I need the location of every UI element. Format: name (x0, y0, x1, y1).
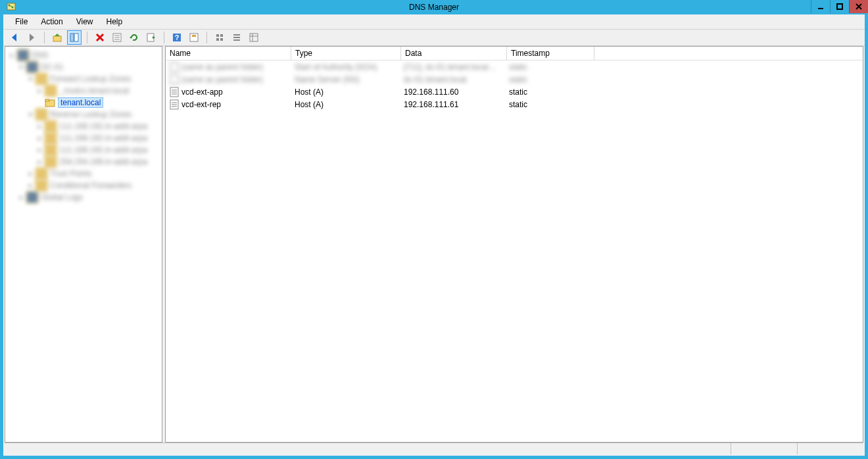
status-cell (797, 443, 863, 454)
svg-marker-20 (130, 36, 132, 39)
cell-name: (same as parent folder) (181, 62, 263, 72)
menu-action[interactable]: Action (34, 16, 69, 28)
toolbar-separator (87, 32, 87, 43)
refresh-button[interactable] (127, 30, 141, 45)
svg-marker-11 (55, 34, 60, 36)
toolbar: ? (3, 30, 865, 46)
svg-rect-5 (837, 4, 842, 9)
toolbar-separator (164, 32, 164, 43)
window-title: DNS Manager (0, 3, 868, 12)
cell-name: (same as parent folder) (181, 75, 263, 84)
svg-rect-10 (53, 36, 61, 41)
cell-type: Host (A) (291, 100, 400, 109)
svg-rect-39 (170, 62, 178, 72)
title-bar: DNS Manager (0, 0, 868, 14)
svg-rect-29 (216, 38, 219, 41)
nav-forward-button[interactable] (24, 30, 39, 45)
menu-file[interactable]: File (9, 16, 34, 28)
view-details-button[interactable] (247, 30, 261, 45)
properties-button[interactable] (110, 30, 124, 45)
cell-name: vcd-ext-rep (181, 100, 221, 109)
svg-rect-34 (250, 34, 258, 41)
cell-timestamp: static (505, 62, 592, 72)
cell-data: 192.168.111.60 (400, 87, 505, 97)
column-timestamp[interactable]: Timestamp (507, 47, 594, 60)
svg-rect-25 (190, 34, 198, 41)
toolbar-separator (44, 32, 45, 43)
list-row[interactable]: (same as parent folder) Name Server (NS)… (166, 73, 863, 85)
list-row[interactable]: vcd-ext-rep Host (A) 192.168.111.61 stat… (166, 98, 863, 110)
filter-button[interactable] (187, 30, 201, 45)
cell-name: vcd-ext-app (181, 87, 223, 97)
export-button[interactable] (144, 30, 158, 45)
list-row[interactable]: (same as parent folder) Start of Authori… (166, 60, 863, 73)
show-tree-button[interactable] (67, 30, 82, 45)
svg-rect-26 (192, 35, 196, 37)
svg-rect-30 (220, 38, 223, 41)
cell-timestamp: static (505, 100, 592, 109)
close-button[interactable] (849, 0, 868, 13)
cell-data: [711], dc-01.tenant.local… (400, 62, 505, 72)
list-row[interactable]: vcd-ext-app Host (A) 192.168.111.60 stat… (166, 85, 863, 98)
svg-rect-28 (220, 34, 223, 37)
app-icon (5, 1, 17, 13)
delete-button[interactable] (93, 30, 107, 45)
view-icons-button[interactable] (212, 30, 227, 45)
list-panel: Name Type Data Timestamp (same as parent… (165, 46, 863, 443)
svg-rect-13 (74, 34, 78, 41)
cell-data: dc-01.tenant.local. (400, 75, 505, 84)
tree-panel[interactable]: ▸DNS ▾DC-01 ▾Forward Lookup Zones ▸_msdc… (5, 46, 162, 443)
svg-rect-12 (70, 34, 74, 41)
cell-data: 192.168.111.61 (400, 100, 505, 109)
column-data[interactable]: Data (401, 47, 507, 60)
cell-timestamp: static (505, 75, 592, 84)
status-cell (731, 443, 797, 454)
svg-rect-27 (216, 34, 219, 37)
svg-rect-4 (818, 8, 823, 9)
column-name[interactable]: Name (166, 47, 291, 60)
cell-type: Start of Authority (SOA) (291, 62, 400, 72)
svg-rect-40 (170, 75, 178, 84)
svg-rect-38 (45, 99, 49, 101)
menu-view[interactable]: View (70, 16, 100, 28)
cell-type: Name Server (NS) (291, 75, 400, 84)
menu-help[interactable]: Help (100, 16, 130, 28)
tree-item-label: tenant.local (58, 97, 103, 108)
help-button[interactable]: ? (170, 30, 184, 45)
list-header: Name Type Data Timestamp (166, 47, 863, 60)
toolbar-separator (206, 32, 207, 43)
menu-bar: File Action View Help (3, 14, 865, 30)
up-folder-button[interactable] (50, 30, 64, 45)
view-list-button[interactable] (229, 30, 244, 45)
tree-item-tenant-local[interactable]: tenant.local (7, 97, 160, 109)
status-bar (5, 443, 863, 454)
nav-back-button[interactable] (7, 30, 22, 45)
svg-marker-8 (12, 34, 16, 41)
cell-type: Host (A) (291, 87, 400, 97)
cell-timestamp: static (505, 87, 592, 97)
list-body[interactable]: (same as parent folder) Start of Authori… (166, 60, 863, 442)
column-type[interactable]: Type (291, 47, 401, 60)
svg-text:?: ? (175, 34, 180, 41)
minimize-button[interactable] (811, 0, 830, 13)
svg-marker-9 (30, 34, 34, 41)
maximize-button[interactable] (830, 0, 849, 13)
